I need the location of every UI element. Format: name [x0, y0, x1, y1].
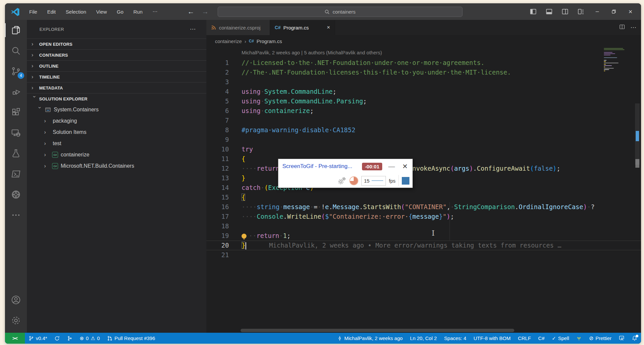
code-line[interactable]: 8#pragma·warning·disable·CA1852: [206, 125, 641, 135]
code-line[interactable]: 9: [206, 135, 641, 144]
remote-indicator[interactable]: ><: [5, 333, 25, 344]
toggle-sidebar-icon[interactable]: [526, 3, 540, 20]
cursor-position[interactable]: Ln 20, Col 2: [406, 333, 441, 344]
code-line[interactable]: 4using·System.CommandLine;: [206, 87, 641, 96]
toggle-secondary-sidebar-icon[interactable]: [558, 3, 572, 20]
breadcrumb-file[interactable]: Program.cs: [256, 38, 282, 44]
tab-program-cs[interactable]: C# Program.cs ×: [270, 20, 335, 35]
code-line[interactable]: 21: [206, 250, 641, 260]
code-line[interactable]: 14catch·(Exception·e): [206, 183, 641, 193]
code-line[interactable]: 7: [206, 116, 641, 125]
problems-indicator[interactable]: ⊗ 0 ⚠ 0: [76, 333, 104, 344]
gears-icon[interactable]: [338, 176, 346, 185]
eol-indicator[interactable]: CRLF: [514, 333, 535, 344]
feedback-button[interactable]: [615, 333, 628, 344]
color-swatch[interactable]: [402, 177, 409, 185]
encoding-indicator[interactable]: UTF-8 with BOM: [470, 333, 514, 344]
code-line[interactable]: 19··return·1;: [206, 231, 641, 241]
code-line[interactable]: 18: [206, 221, 641, 231]
editor-more-actions-icon[interactable]: ⋯: [630, 24, 636, 31]
remote-explorer-icon[interactable]: [5, 123, 27, 143]
sidebar-more-actions-icon[interactable]: ⋯: [190, 26, 196, 33]
testing-icon[interactable]: [5, 143, 27, 164]
code-line[interactable]: 11{: [206, 154, 641, 164]
menu-file[interactable]: File: [24, 9, 42, 15]
toggle-panel-icon[interactable]: [542, 3, 556, 20]
section-containers[interactable]: › CONTAINERS: [27, 49, 206, 60]
prettier-indicator[interactable]: ⊘ Prettier: [585, 333, 615, 344]
tree-item-test[interactable]: › test: [27, 138, 206, 149]
codelens-authors[interactable]: MichalPavlik, 2 weeks ago | 5 authors (M…: [206, 47, 641, 58]
pull-request-button[interactable]: Pull Request #396: [104, 333, 159, 344]
code-line[interactable]: 2//·The·.NET·Foundation·licenses·this·fi…: [206, 68, 641, 77]
explorer-icon[interactable]: [5, 20, 27, 40]
code-line[interactable]: 13}: [206, 173, 641, 183]
run-debug-icon[interactable]: [5, 82, 27, 102]
compass-icon[interactable]: [5, 184, 27, 205]
minimap[interactable]: [604, 48, 625, 72]
section-metadata[interactable]: › METADATA: [27, 82, 206, 93]
code-line[interactable]: 15{: [206, 193, 641, 202]
code-line[interactable]: 1//·Licensed·to·the·.NET·Foundation·unde…: [206, 58, 641, 68]
close-tab-icon[interactable]: ×: [327, 24, 330, 31]
sync-button[interactable]: [51, 333, 63, 344]
sync-icon: [54, 336, 60, 341]
close-button[interactable]: ×: [623, 3, 638, 20]
screentogif-window: ScreenToGif - Pre-starting... -00:01 — ✕…: [278, 159, 413, 188]
tree-item-packaging[interactable]: › packaging: [27, 115, 206, 127]
code-line[interactable]: 5using·System.CommandLine.Parsing;: [206, 96, 641, 106]
menu-go[interactable]: Go: [112, 9, 128, 15]
menu-view[interactable]: View: [91, 9, 112, 15]
extensions-icon[interactable]: [5, 102, 27, 123]
command-center-search[interactable]: containers: [218, 7, 463, 17]
section-timeline[interactable]: › TIMELINE: [27, 71, 206, 82]
tree-item-solution[interactable]: › System.Containers: [27, 104, 206, 115]
spell-checker[interactable]: ✓ Spell: [548, 333, 573, 344]
code-line[interactable]: 12····return nvokeAsync(args).ConfigureA…: [206, 164, 641, 173]
tree-item-msbuild-containers[interactable]: › C# Microsoft.NET.Build.Containers: [27, 160, 206, 172]
restore-button[interactable]: [607, 3, 621, 20]
blame-indicator[interactable]: MichalPavlik, 2 weeks ago: [333, 333, 406, 344]
tree-item-solution-items[interactable]: › Solution Items: [27, 127, 206, 138]
indentation-indicator[interactable]: Spaces: 4: [441, 333, 470, 344]
back-arrow-icon[interactable]: ←: [187, 8, 194, 16]
more-views-icon[interactable]: [5, 205, 27, 225]
language-indicator[interactable]: C#: [535, 333, 548, 344]
error-icon: ⊗: [80, 335, 84, 341]
search-sidebar-icon[interactable]: [5, 40, 27, 61]
code-line[interactable]: 10try: [206, 144, 641, 154]
overlay-minimize-icon[interactable]: —: [386, 163, 397, 170]
code-line[interactable]: 3: [206, 77, 641, 87]
code-line[interactable]: 16····string·message·=·!e.Message.Starts…: [206, 202, 641, 212]
split-editor-icon[interactable]: [619, 24, 625, 31]
customize-layout-icon[interactable]: [574, 3, 588, 20]
account-icon[interactable]: [5, 290, 27, 310]
minimize-button[interactable]: −: [590, 3, 605, 20]
section-outline[interactable]: › OUTLINE: [27, 60, 206, 71]
section-open-editors[interactable]: › OPEN EDITORS: [27, 38, 206, 49]
git-graph-button[interactable]: [63, 333, 76, 344]
menu-run[interactable]: Run: [128, 9, 148, 15]
code-line[interactable]: 6using·containerize;: [206, 106, 641, 116]
source-control-icon[interactable]: 4: [5, 61, 27, 82]
overlay-close-icon[interactable]: ✕: [401, 162, 409, 170]
code-line[interactable]: 20} MichalPavlik, 2 weeks ago • More err…: [206, 241, 641, 250]
plant-status-button[interactable]: [573, 333, 585, 344]
fps-input[interactable]: 15: [361, 176, 386, 186]
breadcrumb-folder[interactable]: containerize: [215, 38, 242, 44]
section-solution-explorer[interactable]: › SOLUTION EXPLORER: [27, 93, 206, 104]
tab-containerize-csproj[interactable]: containerize.csproj: [206, 20, 270, 35]
menu-more[interactable]: ⋯: [148, 9, 163, 15]
code-line[interactable]: 17····Console.WriteLine($"Containerize:·…: [206, 212, 641, 221]
editor-group: containerize.csproj C# Program.cs × ⋯ co…: [206, 20, 641, 333]
menu-edit[interactable]: Edit: [42, 9, 61, 15]
terminal-powershell-icon[interactable]: [5, 164, 27, 184]
settings-gear-icon[interactable]: [5, 310, 27, 331]
tree-item-containerize[interactable]: › C# containerize: [27, 149, 206, 160]
forward-arrow-icon[interactable]: →: [202, 8, 209, 16]
record-delay-icon[interactable]: [349, 176, 358, 185]
notifications-bell[interactable]: [628, 333, 641, 344]
menu-selection[interactable]: Selection: [61, 9, 91, 15]
horizontal-scrollbar[interactable]: [241, 329, 514, 332]
branch-indicator[interactable]: v0.4*: [25, 333, 51, 344]
